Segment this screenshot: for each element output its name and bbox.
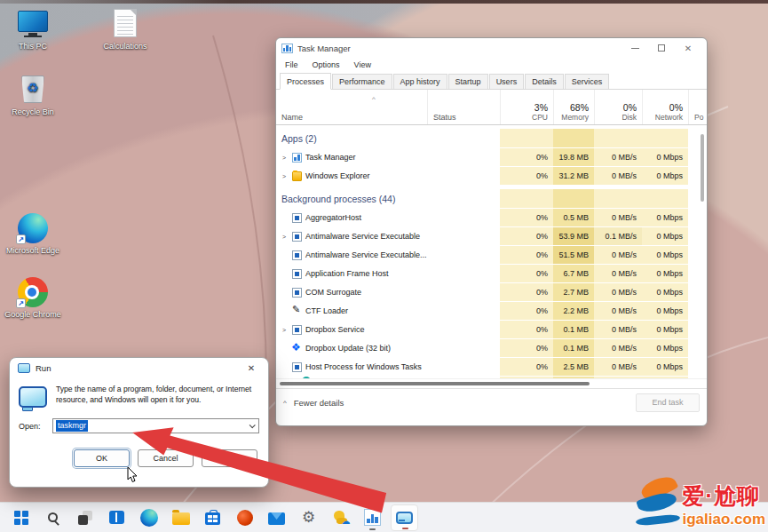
open-row: Open: taskmgr [10,408,268,433]
taskbar-edge[interactable] [135,504,162,531]
run-dialog-message: Type the name of a program, folder, docu… [56,384,259,408]
expand-chevron-icon[interactable]: > [280,173,289,179]
recycle-bin-icon: ♻ [17,75,49,105]
sort-ascending-icon[interactable]: ^ [372,95,376,103]
desktop-icon-label: Recycle Bin [4,107,62,116]
process-row[interactable]: >Windows Explorer 0% 31.2 MB 0 MB/s 0 Mb… [276,167,707,185]
process-row[interactable]: COM Surrogate 0% 2.7 MB 0 MB/s 0 Mbps [276,283,707,301]
cpu-cell: 0% [500,358,553,376]
wallpaper-top-petal-edge [0,0,768,4]
taskbar-office[interactable] [231,504,258,531]
cancel-button[interactable]: Cancel [138,449,194,467]
run-dialog-buttons: OK Cancel Browse... [10,433,268,467]
column-header-status[interactable]: Status [427,90,500,124]
close-button[interactable]: ✕ [675,40,701,56]
process-row[interactable]: Antimalware Service Executable... 0% 51.… [276,246,707,264]
browse-button[interactable]: Browse... [202,449,257,467]
tab-services[interactable]: Services [565,74,610,89]
status-cell [427,148,500,166]
close-icon[interactable]: ✕ [242,363,260,373]
scrollbar-thumb[interactable] [280,382,590,385]
taskbar-task-manager[interactable] [359,504,386,531]
process-row[interactable]: Host Process for Windows Tasks 0% 2.5 MB… [276,358,707,376]
column-header-network[interactable]: 0% Network [642,90,688,124]
ok-button[interactable]: OK [74,449,130,467]
process-icon [292,362,302,372]
desktop-icon-recycle-bin[interactable]: ♻ Recycle Bin [4,75,62,116]
expand-chevron-icon[interactable]: > [280,327,289,333]
scrollbar-thumb[interactable] [701,134,704,202]
horizontal-scrollbar[interactable] [276,378,707,388]
open-label: Open: [19,422,45,431]
end-task-button[interactable]: End task [636,393,700,412]
desktop-icon-calculations[interactable]: Calculations [96,9,154,51]
maximize-button[interactable] [648,40,675,56]
office-icon [237,510,253,526]
status-cell [427,209,500,226]
tab-processes[interactable]: Processes [280,73,331,90]
fewer-details-toggle[interactable]: ^ Fewer details [283,398,344,408]
process-row[interactable]: >Antimalware Service Executable 0% 53.9 … [276,227,707,245]
process-row[interactable]: Application Frame Host 0% 6.7 MB 0 MB/s … [276,265,707,282]
process-row[interactable]: >Task Manager 0% 19.8 MB 0 MB/s 0 Mbps [276,148,707,166]
tab-performance[interactable]: Performance [332,74,392,89]
group-row-background[interactable]: Background processes (44) [276,186,707,208]
menu-file[interactable]: File [285,60,298,69]
chevron-down-icon[interactable] [249,422,256,428]
cpu-cell: 0% [500,246,553,264]
task-manager-titlebar[interactable]: Task Manager ✕ [276,38,707,58]
column-header-power-partial[interactable]: Po [688,90,702,124]
expand-chevron-icon[interactable]: > [280,234,289,240]
column-header-cpu[interactable]: 3% CPU [500,90,553,124]
process-row[interactable]: Dropbox Update (32 bit) 0% 0.1 MB 0 MB/s… [276,339,707,357]
taskbar-people[interactable]: ☁ [327,504,354,531]
column-header-disk[interactable]: 0% Disk [594,90,642,124]
desktop-icon-label: This PC [4,42,62,51]
process-row[interactable]: CTF Loader 0% 2.2 MB 0 MB/s 0 Mbps [276,302,707,320]
network-cell: 0 Mbps [642,227,688,245]
vertical-scrollbar[interactable] [701,131,706,370]
expand-chevron-icon[interactable]: > [280,155,289,161]
menu-options[interactable]: Options [313,60,340,69]
taskbar-file-explorer[interactable] [167,504,194,531]
group-row-apps[interactable]: Apps (2) [276,125,707,147]
task-view-button[interactable] [71,504,99,531]
process-icon [292,213,302,223]
open-input-value[interactable]: taskmgr [56,420,88,432]
memory-cell: 0.1 MB [553,321,594,338]
cpu-cell: 0% [500,283,553,301]
desktop-icon-google-chrome[interactable]: ↗ Google Chrome [4,277,62,319]
status-cell [427,167,500,185]
task-manager-icon [364,509,381,526]
widgets-button[interactable] [103,504,131,531]
process-icon [292,325,302,335]
status-cell [427,358,500,376]
desktop-icon-microsoft-edge[interactable]: ↗ Microsoft Edge [4,213,62,255]
desktop-icon-this-pc[interactable]: This PC [4,9,62,51]
minimize-button[interactable] [622,40,648,56]
open-combobox[interactable]: taskmgr [52,418,259,433]
menu-view[interactable]: View [354,60,371,69]
process-row[interactable]: >Dropbox Service 0% 0.1 MB 0 MB/s 0 Mbps [276,321,707,338]
taskbar-run-active[interactable] [391,504,418,531]
start-button[interactable] [7,504,35,531]
taskbar-settings[interactable]: ⚙ [295,504,322,531]
taskbar-search[interactable] [39,504,67,531]
tab-app-history[interactable]: App history [393,74,447,89]
column-header-memory[interactable]: 68% Memory [553,90,594,124]
tab-details[interactable]: Details [525,74,564,89]
tab-startup[interactable]: Startup [448,74,488,89]
this-pc-icon [17,9,49,39]
cpu-cell: 0% [500,339,553,357]
taskbar-mail[interactable] [263,504,290,531]
process-icon [292,250,302,260]
status-cell [427,283,500,301]
process-row[interactable]: AggregatorHost 0% 0.5 MB 0 MB/s 0 Mbps [276,209,707,226]
tab-users[interactable]: Users [489,74,525,89]
taskbar-store[interactable] [199,504,226,531]
column-header-name[interactable]: Name [276,90,427,124]
run-dialog-titlebar[interactable]: Run ✕ [10,358,268,378]
running-indicator [369,528,376,530]
process-icon [292,306,302,316]
watermark-logo-icon [636,477,682,528]
